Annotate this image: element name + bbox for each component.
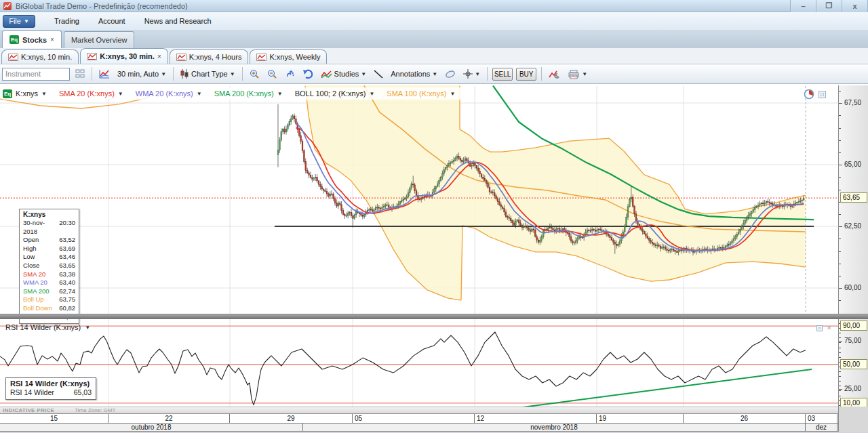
profit-chart-button[interactable] <box>97 68 112 81</box>
close-icon: x <box>852 2 856 10</box>
close-chart-tab-icon[interactable]: × <box>157 53 161 60</box>
legend-item-4[interactable]: BOLL 100; 2 (K:xnys)▼ <box>295 89 375 98</box>
status-bar: INDICATIVE PRICE Time Zone: GMT <box>0 407 838 414</box>
annotations-label: Annotations <box>391 70 430 78</box>
print-icon <box>568 69 580 79</box>
instrument-list-button[interactable] <box>73 68 87 80</box>
rsi-legend[interactable]: RSI 14 Wilder (K:xnys) ▼ <box>5 323 90 331</box>
restore-rsi-pane-icon[interactable] <box>816 325 823 331</box>
chevron-down-icon: ▼ <box>361 71 366 77</box>
restore-button[interactable]: ❐ <box>816 0 842 12</box>
close-rsi-pane-icon[interactable]: ✕ <box>827 325 832 331</box>
axis-label: 67,50 <box>844 99 861 106</box>
zoom-in-button[interactable] <box>248 68 262 81</box>
tooltip-row: Boll Down60,82 <box>23 304 75 313</box>
legend-item-5[interactable]: SMA 100 (K:xnys)▼ <box>387 89 455 98</box>
chevron-down-icon: ▼ <box>41 91 47 97</box>
chart-tab-k-xnys-weekly[interactable]: K:xnys, Weekly <box>250 49 327 64</box>
tooltip-date: 30-nov-2018 <box>23 219 59 236</box>
print-button[interactable]: ▼ <box>566 68 589 81</box>
chart-tab-k-xnys-10-min-[interactable]: K:xnys, 10 min. <box>1 49 79 64</box>
chart-tab-k-xnys-30-min-[interactable]: K:xnys, 30 min.× <box>80 48 168 64</box>
legend-label: SMA 200 (K:xnys) <box>214 89 274 98</box>
chart-tab-label: K:xnys, 4 Hours <box>189 53 242 61</box>
legend-label: WMA 20 (K:xnys) <box>136 89 193 98</box>
restore-pane-icon[interactable] <box>818 91 826 98</box>
annotations-dropdown[interactable]: Annotations ▼ <box>389 68 439 79</box>
axis-tick <box>839 177 841 178</box>
axis-tick <box>839 91 841 91</box>
title-bar[interactable]: BiGlobal Trade Demo - Predefinição (reco… <box>0 0 868 12</box>
axis-tick <box>839 103 842 104</box>
week-label-12: 12 <box>475 414 597 423</box>
tooltip-time: 20:30 <box>59 219 75 236</box>
chart-settings-button[interactable] <box>547 68 562 81</box>
toolbar-separator <box>242 67 243 81</box>
toolbar-separator <box>541 67 542 81</box>
legend-label: K:xnys <box>16 89 38 98</box>
axis-tick <box>839 226 842 227</box>
chart-tab-label: K:xnys, Weekly <box>269 53 320 61</box>
legend-item-1[interactable]: SMA 20 (K:xnys)▼ <box>59 89 123 98</box>
time-axis-weeks[interactable]: 1522290512192603 <box>0 414 838 423</box>
toolbar-separator <box>487 67 488 81</box>
legend-item-3[interactable]: SMA 200 (K:xnys)▼ <box>214 89 283 98</box>
week-label-29: 29 <box>230 414 353 423</box>
chart-type-dropdown[interactable]: Chart Type ▼ <box>178 68 237 80</box>
menu-item-trading[interactable]: Trading <box>54 17 79 25</box>
price-axis[interactable]: 67,5065,0062,5060,0063,65 <box>838 85 868 314</box>
legend-item-2[interactable]: WMA 20 (K:xnys)▼ <box>136 89 202 98</box>
close-tab-icon[interactable]: × <box>50 36 54 43</box>
pan-button[interactable] <box>283 68 297 81</box>
tab-stocks[interactable]: EqStocks× <box>2 30 62 48</box>
session-clock-icon[interactable] <box>804 89 814 100</box>
tooltip-row-label: Open <box>23 236 39 245</box>
tooltip-row: SMA 2063,38 <box>23 270 75 279</box>
time-axis-months[interactable]: outubro 2018novembro 2018dez <box>0 423 838 432</box>
timezone-label: Time Zone: GMT <box>75 407 115 413</box>
tooltip-row: Close63,65 <box>23 262 75 270</box>
axis-tick <box>839 239 841 239</box>
tooltip-row-label: Low <box>23 253 35 262</box>
week-label-05: 05 <box>353 414 475 423</box>
axis-tick <box>839 333 841 333</box>
tab-market-overview[interactable]: Market Overview <box>64 31 135 48</box>
undo-button[interactable] <box>300 68 315 81</box>
menu-item-account[interactable]: Account <box>98 17 125 25</box>
tooltip-row: SMA 20062,74 <box>23 287 75 296</box>
instrument-search-input[interactable] <box>2 68 70 81</box>
rsi-axis[interactable]: 75,0025,0090,0050,0010,00 <box>838 319 868 407</box>
chevron-down-icon: ▼ <box>230 71 235 77</box>
sell-label: SELL <box>494 70 511 78</box>
interval-dropdown[interactable]: 30 min, Auto ▼ <box>115 68 168 79</box>
zoom-out-button[interactable] <box>265 68 279 81</box>
menu-item-news-and-research[interactable]: News and Research <box>144 17 212 25</box>
price-chart-pane[interactable] <box>0 85 838 314</box>
axis-tick <box>839 190 841 190</box>
close-button[interactable]: x <box>842 0 868 12</box>
sell-button[interactable]: SELL <box>492 68 513 81</box>
axis-tick <box>839 390 841 391</box>
chevron-down-icon: ▼ <box>118 91 123 97</box>
axis-tick <box>839 152 841 153</box>
week-label-26: 26 <box>684 414 806 423</box>
tooltip-row: WMA 2063,40 <box>23 279 75 287</box>
axis-label: 65,00 <box>844 161 861 168</box>
app-icon <box>3 2 12 10</box>
pane-splitter[interactable] <box>0 314 868 319</box>
month-label: novembro 2018 <box>303 424 806 431</box>
chart-tab-k-xnys-4-hours[interactable]: K:xnys, 4 Hours <box>170 49 249 64</box>
buy-label: BUY <box>519 70 534 78</box>
menu-file-button[interactable]: File ▼ <box>3 15 35 28</box>
eraser-button[interactable] <box>443 68 458 80</box>
studies-dropdown[interactable]: Studies ▼ <box>319 68 369 80</box>
menu-items: TradingAccountNews and Research <box>35 17 212 25</box>
minimize-button[interactable]: – <box>791 0 816 12</box>
axis-tick <box>839 342 841 343</box>
crosshair-dropdown[interactable]: ▼ <box>461 68 482 80</box>
rsi-chart-pane[interactable] <box>0 319 838 407</box>
week-label-15: 15 <box>0 414 108 423</box>
legend-item-0[interactable]: EqK:xnys▼ <box>3 89 47 98</box>
trend-line-tool[interactable] <box>372 68 385 80</box>
buy-button[interactable]: BUY <box>516 68 536 81</box>
